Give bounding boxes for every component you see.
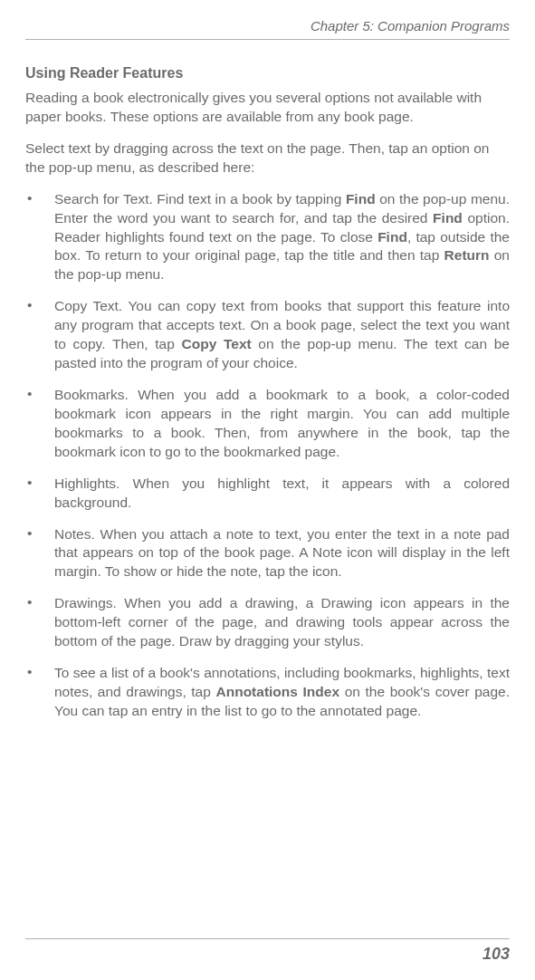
list-item: • To see a list of a book's annotations,… xyxy=(25,664,510,721)
list-item-text: Bookmarks. When you add a bookmark to a … xyxy=(54,386,510,462)
bullet-marker-icon: • xyxy=(25,190,54,285)
bullet-marker-icon: • xyxy=(25,594,54,651)
chapter-header: Chapter 5: Companion Programs xyxy=(25,18,510,40)
list-item: • Notes. When you attach a note to text,… xyxy=(25,525,510,582)
intro-paragraph-1: Reading a book electronically gives you … xyxy=(25,89,510,127)
section-title: Using Reader Features xyxy=(25,65,510,82)
list-item-text: Copy Text. You can copy text from books … xyxy=(54,297,510,373)
text-fragment: Search for Text. Find text in a book by … xyxy=(54,191,346,207)
bullet-marker-icon: • xyxy=(25,664,54,721)
bold-find-2: Find xyxy=(433,210,463,226)
feature-list: • Search for Text. Find text in a book b… xyxy=(25,190,510,721)
page-number: 103 xyxy=(25,938,510,964)
intro-paragraph-2: Select text by dragging across the text … xyxy=(25,139,510,178)
list-item-text: To see a list of a book's annotations, i… xyxy=(54,664,510,721)
bullet-marker-icon: • xyxy=(25,525,54,582)
list-item: • Drawings. When you add a drawing, a Dr… xyxy=(25,594,510,651)
list-item: • Search for Text. Find text in a book b… xyxy=(25,190,510,285)
list-item: • Copy Text. You can copy text from book… xyxy=(25,297,510,373)
bold-find-3: Find xyxy=(377,229,407,245)
bullet-marker-icon: • xyxy=(25,297,54,373)
bullet-marker-icon: • xyxy=(25,386,54,462)
list-item-text: Highlights. When you highlight text, it … xyxy=(54,475,510,513)
bold-return: Return xyxy=(444,247,490,263)
list-item: • Highlights. When you highlight text, i… xyxy=(25,475,510,513)
bold-find-1: Find xyxy=(346,191,376,207)
bold-copy-text: Copy Text xyxy=(182,336,252,351)
list-item-text: Drawings. When you add a drawing, a Draw… xyxy=(54,594,510,651)
list-item: • Bookmarks. When you add a bookmark to … xyxy=(25,386,510,462)
list-item-text: Notes. When you attach a note to text, y… xyxy=(54,525,510,582)
bullet-marker-icon: • xyxy=(25,475,54,513)
bold-annotations-index: Annotations Index xyxy=(216,684,340,699)
list-item-text: Search for Text. Find text in a book by … xyxy=(54,190,510,285)
